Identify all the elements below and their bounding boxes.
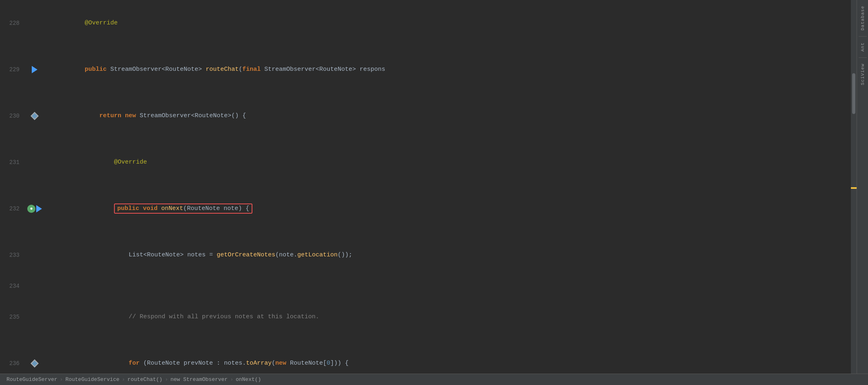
line-gutter (24, 361, 45, 366)
table-row: 234 (0, 278, 851, 294)
sidebar-separator (859, 57, 867, 58)
code-lines: 228 @Override 229 public StreamObserver<… (0, 0, 851, 374)
line-number: 235 (0, 314, 24, 320)
table-row: 231 @Override (0, 139, 851, 186)
table-row: 232 ● public void onNext(RouteNote note)… (0, 186, 851, 232)
line-content: @Override (45, 0, 851, 46)
breadcrumb-bar: RouteGuideServer › RouteGuideService › r… (0, 374, 868, 385)
keyword: void (143, 205, 158, 212)
right-sidebar: Database Ant SciView (857, 0, 868, 374)
line-content: // Respond with all previous notes at th… (45, 294, 851, 340)
line-number: 233 (0, 252, 24, 258)
line-content: @Override (45, 139, 851, 186)
breadcrumb-item-1[interactable]: RouteGuideServer (7, 376, 57, 383)
keyword: new (125, 112, 136, 119)
sidebar-tab-sciview[interactable]: SciView (858, 59, 868, 89)
line-number: 229 (0, 66, 24, 73)
line-content (45, 278, 851, 294)
breadcrumb-item-2[interactable]: RouteGuideService (66, 376, 120, 383)
scrollbar-marker (851, 187, 857, 189)
breakpoint-green-icon: ● (27, 205, 35, 213)
line-number: 231 (0, 159, 24, 166)
line-content: return new StreamObserver<RouteNote>() { (45, 93, 851, 139)
line-content: public void onNext(RouteNote note) { (45, 186, 851, 232)
line-number: 228 (0, 20, 24, 26)
sidebar-separator (859, 36, 867, 37)
breakpoint-arrow-icon (36, 205, 42, 212)
annotation-text: @Override (85, 20, 118, 26)
line-content: for (RouteNote prevNote : notes.toArray(… (45, 340, 851, 374)
sidebar-tab-database[interactable]: Database (858, 2, 868, 35)
line-number: 232 (0, 206, 24, 212)
breakpoint-diamond-icon (31, 112, 39, 120)
method-name: onNext (161, 205, 183, 212)
keyword: public (85, 66, 107, 73)
line-content: public StreamObserver<RouteNote> routeCh… (45, 46, 851, 93)
breadcrumb-sep: › (122, 376, 125, 383)
breadcrumb-item-4[interactable]: new StreamObserver (171, 376, 228, 383)
line-number: 234 (0, 283, 24, 289)
breadcrumb-item-3[interactable]: routeChat() (127, 376, 162, 383)
boxed-method-signature: public void onNext(RouteNote note) { (114, 203, 252, 214)
method-name: routeChat (206, 66, 239, 73)
line-gutter (24, 66, 45, 73)
table-row: 233 List<RouteNote> notes = getOrCreateN… (0, 232, 851, 278)
code-container: 228 @Override 229 public StreamObserver<… (0, 0, 851, 374)
breadcrumb-item-5[interactable]: onNext() (236, 376, 261, 383)
annotation-text: @Override (114, 159, 147, 166)
table-row: 229 public StreamObserver<RouteNote> rou… (0, 46, 851, 93)
scrollbar-thumb[interactable] (852, 73, 855, 114)
table-row: 236 for (RouteNote prevNote : notes.toAr… (0, 340, 851, 374)
keyword: public (117, 205, 139, 212)
line-gutter: ● (24, 205, 45, 213)
table-row: 228 @Override (0, 0, 851, 46)
breadcrumb-sep: › (165, 376, 168, 383)
table-row: 235 // Respond with all previous notes a… (0, 294, 851, 340)
table-row: 230 return new StreamObserver<RouteNote>… (0, 93, 851, 139)
keyword: return (99, 112, 121, 119)
line-number: 236 (0, 360, 24, 367)
line-number: 230 (0, 113, 24, 119)
keyword: final (242, 66, 261, 73)
line-gutter (24, 113, 45, 119)
breadcrumb-sep: › (230, 376, 233, 383)
line-content: List<RouteNote> notes = getOrCreateNotes… (45, 232, 851, 278)
breadcrumb-sep: › (60, 376, 63, 383)
scrollbar-track[interactable] (851, 0, 857, 374)
editor-area: 228 @Override 229 public StreamObserver<… (0, 0, 868, 374)
breakpoint-diamond-icon (31, 359, 39, 368)
sidebar-tab-ant[interactable]: Ant (858, 38, 868, 56)
type-name: StreamObserver (110, 66, 162, 73)
breakpoint-icon (32, 66, 37, 73)
